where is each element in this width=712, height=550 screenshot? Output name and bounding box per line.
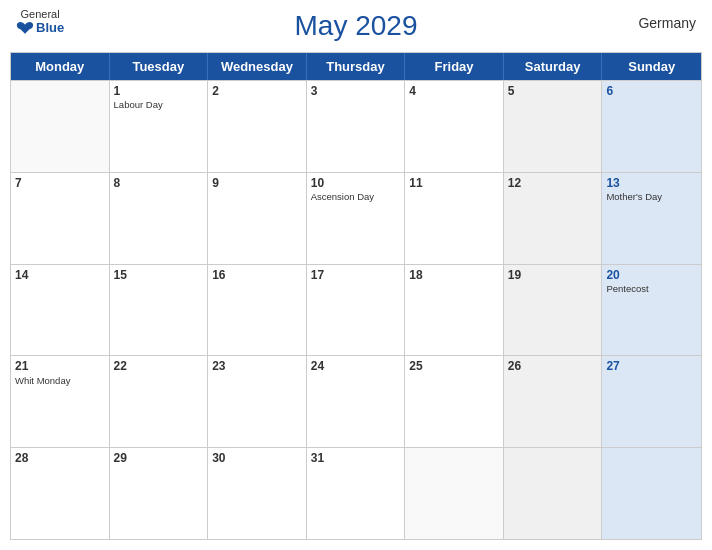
cell-number: 9 [212,176,302,190]
cal-row-0: 1Labour Day23456 [11,80,701,172]
table-row: 26 [504,356,603,447]
table-row: 6 [602,81,701,172]
table-row: 15 [110,265,209,356]
table-row: 22 [110,356,209,447]
table-row: 4 [405,81,504,172]
cal-row-1: 78910Ascension Day111213Mother's Day [11,172,701,264]
cell-number: 29 [114,451,204,465]
table-row: 17 [307,265,406,356]
logo: General Blue [16,8,64,35]
calendar-title: May 2029 [295,10,418,42]
header-wednesday: Wednesday [208,53,307,80]
cell-holiday: Ascension Day [311,191,401,202]
cell-number: 22 [114,359,204,373]
header: General Blue May 2029 Germany [0,0,712,46]
cell-number: 5 [508,84,598,98]
cell-number: 15 [114,268,204,282]
cell-number: 10 [311,176,401,190]
cal-row-4: 28293031 [11,447,701,539]
table-row: 19 [504,265,603,356]
table-row: 2 [208,81,307,172]
cell-number: 8 [114,176,204,190]
cell-number: 30 [212,451,302,465]
cell-number: 26 [508,359,598,373]
table-row: 31 [307,448,406,539]
table-row: 13Mother's Day [602,173,701,264]
cell-holiday: Whit Monday [15,375,105,386]
table-row: 25 [405,356,504,447]
table-row: 5 [504,81,603,172]
header-thursday: Thursday [307,53,406,80]
cell-number: 19 [508,268,598,282]
cell-holiday: Mother's Day [606,191,697,202]
logo-bird-icon [16,21,34,35]
cell-number: 17 [311,268,401,282]
title-area: May 2029 [295,10,418,42]
cell-number: 11 [409,176,499,190]
cell-number: 16 [212,268,302,282]
table-row: 3 [307,81,406,172]
table-row: 30 [208,448,307,539]
cal-row-3: 21Whit Monday222324252627 [11,355,701,447]
table-row [602,448,701,539]
table-row [405,448,504,539]
cell-holiday: Pentecost [606,283,697,294]
header-monday: Monday [11,53,110,80]
calendar-header-row: Monday Tuesday Wednesday Thursday Friday… [11,53,701,80]
table-row: 9 [208,173,307,264]
calendar: Monday Tuesday Wednesday Thursday Friday… [10,52,702,540]
table-row: 7 [11,173,110,264]
table-row: 28 [11,448,110,539]
country-label: Germany [638,15,696,31]
cell-number: 6 [606,84,697,98]
table-row: 24 [307,356,406,447]
cell-number: 18 [409,268,499,282]
table-row [504,448,603,539]
cell-number: 23 [212,359,302,373]
header-saturday: Saturday [504,53,603,80]
table-row: 20Pentecost [602,265,701,356]
cell-number: 4 [409,84,499,98]
table-row: 14 [11,265,110,356]
cell-number: 1 [114,84,204,98]
cell-number: 7 [15,176,105,190]
cell-number: 25 [409,359,499,373]
logo-blue: Blue [16,20,64,35]
table-row: 21Whit Monday [11,356,110,447]
table-row: 27 [602,356,701,447]
table-row: 1Labour Day [110,81,209,172]
header-friday: Friday [405,53,504,80]
cell-number: 3 [311,84,401,98]
cell-number: 20 [606,268,697,282]
cell-number: 14 [15,268,105,282]
cell-number: 27 [606,359,697,373]
table-row: 29 [110,448,209,539]
table-row: 8 [110,173,209,264]
cell-number: 21 [15,359,105,373]
cell-number: 2 [212,84,302,98]
cell-number: 28 [15,451,105,465]
table-row: 10Ascension Day [307,173,406,264]
table-row: 16 [208,265,307,356]
cal-row-2: 14151617181920Pentecost [11,264,701,356]
table-row: 12 [504,173,603,264]
page: General Blue May 2029 Germany Monday Tue… [0,0,712,550]
header-sunday: Sunday [602,53,701,80]
cell-number: 31 [311,451,401,465]
logo-blue-text: Blue [36,20,64,35]
table-row [11,81,110,172]
logo-general: General [21,8,60,20]
calendar-body: 1Labour Day2345678910Ascension Day111213… [11,80,701,539]
table-row: 11 [405,173,504,264]
table-row: 23 [208,356,307,447]
cell-number: 24 [311,359,401,373]
cell-number: 13 [606,176,697,190]
header-tuesday: Tuesday [110,53,209,80]
cell-number: 12 [508,176,598,190]
cell-holiday: Labour Day [114,99,204,110]
table-row: 18 [405,265,504,356]
